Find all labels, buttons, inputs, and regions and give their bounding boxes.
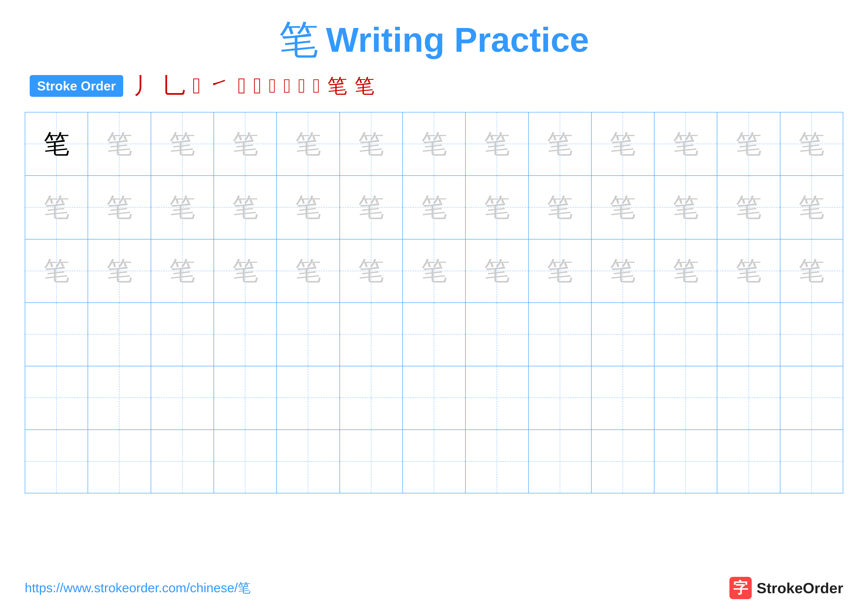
grid-row-3: 笔 笔 笔 笔 笔 笔 笔 笔 笔 笔 笔 笔 笔 <box>25 239 843 303</box>
cell-2-8: 笔 <box>466 176 529 239</box>
cell-3-13: 笔 <box>780 239 843 302</box>
footer: https://www.strokeorder.com/chinese/笔 字 … <box>25 577 843 599</box>
footer-url[interactable]: https://www.strokeorder.com/chinese/笔 <box>25 579 251 597</box>
brand-logo-icon: 字 <box>729 577 752 599</box>
cell-4-4[interactable] <box>214 303 277 366</box>
stroke-5: 𠄎 <box>238 75 246 97</box>
stroke-order-row: Stroke Order 丿 ⺃ 𠄌 ㇀ 𠄎 𠃑 𠃲 𠃳 𠃴 𠃵 笔 笔 <box>25 75 843 97</box>
cell-1-9: 笔 <box>529 112 592 176</box>
cell-2-11: 笔 <box>654 176 717 239</box>
cell-6-13[interactable] <box>780 430 843 493</box>
grid-row-1: 笔 笔 笔 笔 笔 笔 笔 笔 笔 笔 笔 笔 笔 <box>25 112 843 176</box>
cell-5-2[interactable] <box>88 366 151 429</box>
cell-1-4: 笔 <box>214 112 277 176</box>
cell-1-3: 笔 <box>151 112 214 176</box>
cell-1-10: 笔 <box>592 112 654 176</box>
cell-5-12[interactable] <box>717 366 780 429</box>
cell-2-7: 笔 <box>403 176 466 239</box>
cell-2-10: 笔 <box>592 176 654 239</box>
stroke-8: 𠃳 <box>284 76 291 96</box>
cell-4-3[interactable] <box>151 303 214 366</box>
cell-6-7[interactable] <box>403 430 466 493</box>
stroke-3: 𠄌 <box>192 75 201 97</box>
stroke-10: 𠃵 <box>313 76 320 96</box>
cell-5-7[interactable] <box>403 366 466 429</box>
cell-4-10[interactable] <box>592 303 654 366</box>
cell-6-6[interactable] <box>340 430 403 493</box>
cell-4-13[interactable] <box>780 303 843 366</box>
cell-3-8: 笔 <box>466 239 529 302</box>
cell-6-10[interactable] <box>592 430 654 493</box>
cell-6-9[interactable] <box>529 430 592 493</box>
brand-logo-char: 字 <box>733 578 748 598</box>
cell-6-1[interactable] <box>25 430 88 493</box>
cell-4-9[interactable] <box>529 303 592 366</box>
cell-5-8[interactable] <box>466 366 529 429</box>
cell-1-11: 笔 <box>654 112 717 176</box>
cell-6-12[interactable] <box>717 430 780 493</box>
cell-1-1: 笔 <box>25 112 88 176</box>
cell-4-5[interactable] <box>277 303 340 366</box>
cell-5-13[interactable] <box>780 366 843 429</box>
cell-2-13: 笔 <box>780 176 843 239</box>
stroke-order-badge: Stroke Order <box>30 75 123 97</box>
cell-3-4: 笔 <box>214 239 277 302</box>
cell-2-5: 笔 <box>277 176 340 239</box>
cell-6-4[interactable] <box>214 430 277 493</box>
cell-6-2[interactable] <box>88 430 151 493</box>
cell-2-4: 笔 <box>214 176 277 239</box>
practice-grid: 笔 笔 笔 笔 笔 笔 笔 笔 笔 笔 笔 笔 笔 笔 笔 笔 笔 笔 笔 笔 … <box>25 112 843 493</box>
cell-1-12: 笔 <box>717 112 780 176</box>
stroke-11: 笔 <box>327 76 347 96</box>
page-title: Writing Practice <box>326 20 589 60</box>
cell-2-2: 笔 <box>88 176 151 239</box>
cell-6-5[interactable] <box>277 430 340 493</box>
cell-5-11[interactable] <box>654 366 717 429</box>
cell-1-2: 笔 <box>88 112 151 176</box>
cell-5-3[interactable] <box>151 366 214 429</box>
cell-4-7[interactable] <box>403 303 466 366</box>
stroke-4: ㇀ <box>208 75 230 97</box>
cell-4-12[interactable] <box>717 303 780 366</box>
cell-5-5[interactable] <box>277 366 340 429</box>
cell-3-7: 笔 <box>403 239 466 302</box>
page-container: 笔 Writing Practice Stroke Order 丿 ⺃ 𠄌 ㇀ … <box>0 0 868 614</box>
stroke-6: 𠃑 <box>253 75 262 97</box>
cell-5-9[interactable] <box>529 366 592 429</box>
char-reference: 笔 <box>43 131 70 157</box>
cell-5-4[interactable] <box>214 366 277 429</box>
cell-2-9: 笔 <box>529 176 592 239</box>
cell-3-2: 笔 <box>88 239 151 302</box>
cell-3-3: 笔 <box>151 239 214 302</box>
cell-6-3[interactable] <box>151 430 214 493</box>
cell-3-9: 笔 <box>529 239 592 302</box>
cell-6-8[interactable] <box>466 430 529 493</box>
cell-5-10[interactable] <box>592 366 654 429</box>
stroke-9: 𠃴 <box>298 76 305 96</box>
cell-2-12: 笔 <box>717 176 780 239</box>
cell-4-11[interactable] <box>654 303 717 366</box>
title-character: 笔 <box>279 20 318 60</box>
cell-3-10: 笔 <box>592 239 654 302</box>
grid-row-4 <box>25 303 843 366</box>
cell-3-11: 笔 <box>654 239 717 302</box>
cell-4-2[interactable] <box>88 303 151 366</box>
cell-1-6: 笔 <box>340 112 403 176</box>
cell-1-8: 笔 <box>466 112 529 176</box>
cell-4-6[interactable] <box>340 303 403 366</box>
footer-brand: 字 StrokeOrder <box>729 577 843 599</box>
cell-3-1: 笔 <box>25 239 88 302</box>
cell-3-6: 笔 <box>340 239 403 302</box>
title-row: 笔 Writing Practice <box>279 20 589 60</box>
brand-name: StrokeOrder <box>756 580 843 597</box>
cell-4-1[interactable] <box>25 303 88 366</box>
stroke-12: 笔 <box>355 76 374 96</box>
cell-5-1[interactable] <box>25 366 88 429</box>
cell-6-11[interactable] <box>654 430 717 493</box>
cell-4-8[interactable] <box>466 303 529 366</box>
cell-2-1: 笔 <box>25 176 88 239</box>
grid-row-5 <box>25 366 843 430</box>
cell-1-5: 笔 <box>277 112 340 176</box>
cell-5-6[interactable] <box>340 366 403 429</box>
cell-1-7: 笔 <box>403 112 466 176</box>
